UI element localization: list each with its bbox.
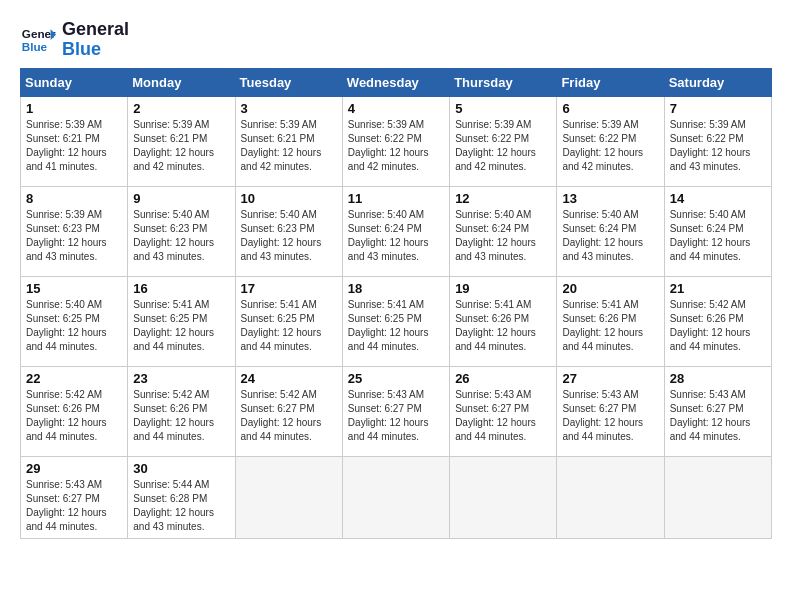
calendar-cell: 28Sunrise: 5:43 AMSunset: 6:27 PMDayligh… [664, 366, 771, 456]
day-number: 30 [133, 461, 229, 476]
calendar-cell: 22Sunrise: 5:42 AMSunset: 6:26 PMDayligh… [21, 366, 128, 456]
calendar-cell [664, 456, 771, 538]
day-number: 3 [241, 101, 337, 116]
week-row-4: 22Sunrise: 5:42 AMSunset: 6:26 PMDayligh… [21, 366, 772, 456]
calendar-cell: 27Sunrise: 5:43 AMSunset: 6:27 PMDayligh… [557, 366, 664, 456]
day-number: 7 [670, 101, 766, 116]
day-info: Sunrise: 5:39 AMSunset: 6:21 PMDaylight:… [26, 118, 122, 174]
logo: General Blue General Blue [20, 20, 129, 60]
week-row-2: 8Sunrise: 5:39 AMSunset: 6:23 PMDaylight… [21, 186, 772, 276]
weekday-header-monday: Monday [128, 68, 235, 96]
day-number: 17 [241, 281, 337, 296]
day-number: 28 [670, 371, 766, 386]
day-number: 18 [348, 281, 444, 296]
calendar-cell: 20Sunrise: 5:41 AMSunset: 6:26 PMDayligh… [557, 276, 664, 366]
calendar-cell: 8Sunrise: 5:39 AMSunset: 6:23 PMDaylight… [21, 186, 128, 276]
header: General Blue General Blue [20, 20, 772, 60]
weekday-header-saturday: Saturday [664, 68, 771, 96]
day-info: Sunrise: 5:42 AMSunset: 6:26 PMDaylight:… [133, 388, 229, 444]
calendar-cell: 6Sunrise: 5:39 AMSunset: 6:22 PMDaylight… [557, 96, 664, 186]
day-number: 11 [348, 191, 444, 206]
day-number: 23 [133, 371, 229, 386]
day-info: Sunrise: 5:40 AMSunset: 6:24 PMDaylight:… [562, 208, 658, 264]
weekday-header-tuesday: Tuesday [235, 68, 342, 96]
day-info: Sunrise: 5:40 AMSunset: 6:25 PMDaylight:… [26, 298, 122, 354]
day-info: Sunrise: 5:40 AMSunset: 6:24 PMDaylight:… [455, 208, 551, 264]
calendar-cell: 3Sunrise: 5:39 AMSunset: 6:21 PMDaylight… [235, 96, 342, 186]
calendar-cell: 25Sunrise: 5:43 AMSunset: 6:27 PMDayligh… [342, 366, 449, 456]
calendar-cell: 21Sunrise: 5:42 AMSunset: 6:26 PMDayligh… [664, 276, 771, 366]
day-info: Sunrise: 5:41 AMSunset: 6:25 PMDaylight:… [241, 298, 337, 354]
weekday-header-wednesday: Wednesday [342, 68, 449, 96]
day-info: Sunrise: 5:39 AMSunset: 6:21 PMDaylight:… [133, 118, 229, 174]
day-number: 6 [562, 101, 658, 116]
day-number: 22 [26, 371, 122, 386]
day-info: Sunrise: 5:39 AMSunset: 6:21 PMDaylight:… [241, 118, 337, 174]
logo-icon: General Blue [20, 22, 56, 58]
calendar-cell: 16Sunrise: 5:41 AMSunset: 6:25 PMDayligh… [128, 276, 235, 366]
day-info: Sunrise: 5:39 AMSunset: 6:22 PMDaylight:… [670, 118, 766, 174]
day-info: Sunrise: 5:40 AMSunset: 6:23 PMDaylight:… [133, 208, 229, 264]
calendar-cell: 17Sunrise: 5:41 AMSunset: 6:25 PMDayligh… [235, 276, 342, 366]
day-number: 27 [562, 371, 658, 386]
day-info: Sunrise: 5:41 AMSunset: 6:26 PMDaylight:… [562, 298, 658, 354]
calendar-cell: 13Sunrise: 5:40 AMSunset: 6:24 PMDayligh… [557, 186, 664, 276]
day-info: Sunrise: 5:39 AMSunset: 6:23 PMDaylight:… [26, 208, 122, 264]
calendar-cell: 14Sunrise: 5:40 AMSunset: 6:24 PMDayligh… [664, 186, 771, 276]
day-number: 13 [562, 191, 658, 206]
calendar-cell: 23Sunrise: 5:42 AMSunset: 6:26 PMDayligh… [128, 366, 235, 456]
day-info: Sunrise: 5:39 AMSunset: 6:22 PMDaylight:… [348, 118, 444, 174]
calendar-cell: 2Sunrise: 5:39 AMSunset: 6:21 PMDaylight… [128, 96, 235, 186]
day-number: 20 [562, 281, 658, 296]
calendar-cell [342, 456, 449, 538]
day-info: Sunrise: 5:39 AMSunset: 6:22 PMDaylight:… [455, 118, 551, 174]
day-info: Sunrise: 5:44 AMSunset: 6:28 PMDaylight:… [133, 478, 229, 534]
day-info: Sunrise: 5:42 AMSunset: 6:26 PMDaylight:… [26, 388, 122, 444]
day-info: Sunrise: 5:40 AMSunset: 6:23 PMDaylight:… [241, 208, 337, 264]
day-number: 10 [241, 191, 337, 206]
day-number: 5 [455, 101, 551, 116]
calendar-cell: 15Sunrise: 5:40 AMSunset: 6:25 PMDayligh… [21, 276, 128, 366]
day-info: Sunrise: 5:40 AMSunset: 6:24 PMDaylight:… [348, 208, 444, 264]
day-info: Sunrise: 5:43 AMSunset: 6:27 PMDaylight:… [26, 478, 122, 534]
calendar-cell: 10Sunrise: 5:40 AMSunset: 6:23 PMDayligh… [235, 186, 342, 276]
day-info: Sunrise: 5:41 AMSunset: 6:25 PMDaylight:… [348, 298, 444, 354]
calendar-cell: 7Sunrise: 5:39 AMSunset: 6:22 PMDaylight… [664, 96, 771, 186]
day-number: 8 [26, 191, 122, 206]
day-number: 24 [241, 371, 337, 386]
weekday-header-row: SundayMondayTuesdayWednesdayThursdayFrid… [21, 68, 772, 96]
day-info: Sunrise: 5:41 AMSunset: 6:25 PMDaylight:… [133, 298, 229, 354]
day-number: 21 [670, 281, 766, 296]
calendar-cell: 26Sunrise: 5:43 AMSunset: 6:27 PMDayligh… [450, 366, 557, 456]
calendar-cell: 30Sunrise: 5:44 AMSunset: 6:28 PMDayligh… [128, 456, 235, 538]
day-number: 4 [348, 101, 444, 116]
logo-text: General Blue [62, 20, 129, 60]
day-info: Sunrise: 5:40 AMSunset: 6:24 PMDaylight:… [670, 208, 766, 264]
weekday-header-sunday: Sunday [21, 68, 128, 96]
calendar-cell: 9Sunrise: 5:40 AMSunset: 6:23 PMDaylight… [128, 186, 235, 276]
day-info: Sunrise: 5:43 AMSunset: 6:27 PMDaylight:… [455, 388, 551, 444]
day-number: 9 [133, 191, 229, 206]
day-info: Sunrise: 5:42 AMSunset: 6:27 PMDaylight:… [241, 388, 337, 444]
weekday-header-thursday: Thursday [450, 68, 557, 96]
calendar-cell [557, 456, 664, 538]
calendar-cell [235, 456, 342, 538]
day-number: 15 [26, 281, 122, 296]
calendar-cell: 29Sunrise: 5:43 AMSunset: 6:27 PMDayligh… [21, 456, 128, 538]
day-info: Sunrise: 5:43 AMSunset: 6:27 PMDaylight:… [562, 388, 658, 444]
day-number: 19 [455, 281, 551, 296]
calendar-cell: 19Sunrise: 5:41 AMSunset: 6:26 PMDayligh… [450, 276, 557, 366]
day-number: 16 [133, 281, 229, 296]
calendar-cell: 18Sunrise: 5:41 AMSunset: 6:25 PMDayligh… [342, 276, 449, 366]
day-info: Sunrise: 5:43 AMSunset: 6:27 PMDaylight:… [348, 388, 444, 444]
calendar-cell: 11Sunrise: 5:40 AMSunset: 6:24 PMDayligh… [342, 186, 449, 276]
day-number: 14 [670, 191, 766, 206]
calendar-cell: 12Sunrise: 5:40 AMSunset: 6:24 PMDayligh… [450, 186, 557, 276]
day-number: 2 [133, 101, 229, 116]
week-row-5: 29Sunrise: 5:43 AMSunset: 6:27 PMDayligh… [21, 456, 772, 538]
calendar-cell: 24Sunrise: 5:42 AMSunset: 6:27 PMDayligh… [235, 366, 342, 456]
day-info: Sunrise: 5:43 AMSunset: 6:27 PMDaylight:… [670, 388, 766, 444]
day-number: 12 [455, 191, 551, 206]
day-number: 25 [348, 371, 444, 386]
calendar-cell [450, 456, 557, 538]
